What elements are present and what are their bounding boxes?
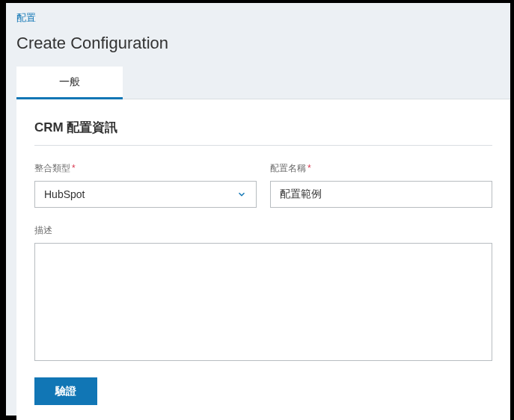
field-integration-type: 整合類型* HubSpot bbox=[34, 162, 257, 208]
label-description: 描述 bbox=[34, 224, 492, 237]
form-row-1: 整合類型* HubSpot 配置名稱* bbox=[34, 162, 492, 208]
integration-type-value: HubSpot bbox=[44, 188, 85, 200]
integration-type-select[interactable]: HubSpot bbox=[34, 181, 257, 208]
page-title: Create Configuration bbox=[6, 29, 510, 67]
validate-button[interactable]: 驗證 bbox=[34, 377, 97, 405]
section-heading: CRM 配置資訊 bbox=[34, 119, 492, 146]
config-name-input[interactable] bbox=[270, 181, 492, 208]
form-row-2: 描述 bbox=[34, 224, 492, 361]
label-config-name: 配置名稱* bbox=[270, 162, 492, 175]
tab-general-label: 一般 bbox=[59, 75, 80, 89]
tab-spacer bbox=[123, 67, 510, 99]
description-textarea[interactable] bbox=[34, 243, 492, 361]
tab-general[interactable]: 一般 bbox=[16, 67, 123, 99]
label-integration-type: 整合類型* bbox=[34, 162, 257, 175]
page-container: 配置 Create Configuration 一般 CRM 配置資訊 整合類型… bbox=[6, 3, 510, 416]
label-integration-type-text: 整合類型 bbox=[34, 163, 70, 173]
field-description: 描述 bbox=[34, 224, 492, 361]
field-config-name: 配置名稱* bbox=[270, 162, 492, 208]
form-panel: CRM 配置資訊 整合類型* HubSpot 配置名稱* bbox=[16, 99, 510, 420]
content-wrapper: 一般 CRM 配置資訊 整合類型* HubSpot bbox=[16, 67, 510, 420]
required-star: * bbox=[308, 163, 311, 173]
breadcrumb: 配置 bbox=[6, 3, 510, 29]
breadcrumb-link-config[interactable]: 配置 bbox=[16, 12, 36, 23]
required-star: * bbox=[72, 163, 76, 173]
chevron-down-icon bbox=[236, 189, 247, 200]
tabs-row: 一般 bbox=[16, 67, 510, 99]
label-config-name-text: 配置名稱 bbox=[270, 163, 306, 173]
button-row: 驗證 bbox=[34, 377, 492, 405]
label-description-text: 描述 bbox=[34, 225, 52, 235]
